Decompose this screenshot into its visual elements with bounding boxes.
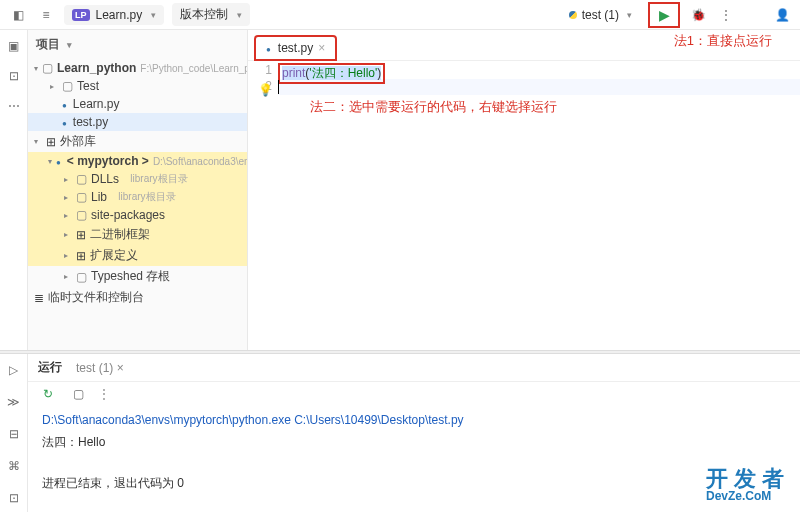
python-icon xyxy=(569,11,577,19)
annotation-2: 法二：选中需要运行的代码，右键选择运行 xyxy=(310,98,557,116)
debug-button[interactable]: 🐞 xyxy=(688,5,708,25)
run-button-highlight: ▶ xyxy=(648,2,680,28)
scratch-icon: ≣ xyxy=(34,291,44,305)
python-file-icon xyxy=(266,41,273,55)
code-editor[interactable]: 💡 print('法四：Hello') xyxy=(278,61,800,97)
chevron-down-icon: ▾ xyxy=(237,10,242,20)
tab-label: test.py xyxy=(278,41,313,55)
console-stdout: 法四：Hello xyxy=(42,432,786,454)
tree-item[interactable]: ▸▢site-packages xyxy=(28,206,247,224)
expand-icon[interactable]: ▸ xyxy=(50,82,58,91)
tree-label: Test xyxy=(77,79,99,93)
project-panel-header[interactable]: 项目 ▾ xyxy=(28,30,247,59)
tree-ext-lib[interactable]: ▾ ⊞ 外部库 xyxy=(28,131,247,152)
close-tab-icon[interactable]: × xyxy=(318,41,325,55)
project-panel-title: 项目 xyxy=(36,36,60,53)
folder-tool-icon[interactable]: ▣ xyxy=(4,36,24,56)
tree-item[interactable]: ▸▢Lib library根目录 xyxy=(28,188,247,206)
menu-icon[interactable]: ≡ xyxy=(36,5,56,25)
run-config-tab[interactable]: test (1) × xyxy=(76,361,124,375)
lib-icon: ⊞ xyxy=(46,135,56,149)
console-cmd: D:\Soft\anaconda3\envs\mypytorch\python.… xyxy=(42,410,786,432)
env-path: D:\Soft\anaconda3\en xyxy=(153,156,247,167)
services-icon[interactable]: ⊟ xyxy=(4,424,24,444)
tree-folder[interactable]: ▸ ▢ Test xyxy=(28,77,247,95)
vcs-label: 版本控制 xyxy=(180,6,228,23)
run-tab[interactable]: 运行 xyxy=(38,359,62,376)
project-badge: LP xyxy=(72,9,90,21)
root-path: F:\Python_code\Learn_py xyxy=(140,63,247,74)
console-exit: 进程已结束，退出代码为 0 xyxy=(42,473,786,495)
console-output[interactable]: D:\Soft\anaconda3\envs\mypytorch\python.… xyxy=(28,406,800,499)
account-icon[interactable]: 👤 xyxy=(772,5,792,25)
expand-icon[interactable]: ▾ xyxy=(34,64,38,73)
app-icon[interactable]: ◧ xyxy=(8,5,28,25)
tree-item[interactable]: ▸⊞扩展定义 xyxy=(28,245,247,266)
text-cursor xyxy=(278,80,279,94)
tree-file[interactable]: Learn.py xyxy=(28,95,247,113)
python-console-icon[interactable]: ≫ xyxy=(4,392,24,412)
tree-label: 外部库 xyxy=(60,133,96,150)
folder-icon: ▢ xyxy=(42,61,53,75)
editor-tab[interactable]: test.py × xyxy=(254,35,337,61)
structure-tool-icon[interactable]: ⊡ xyxy=(4,66,24,86)
python-file-icon xyxy=(62,97,69,111)
more-icon[interactable]: ⋮ xyxy=(98,387,110,401)
vcs-selector[interactable]: 版本控制 ▾ xyxy=(172,3,250,26)
chevron-down-icon: ▾ xyxy=(67,40,72,50)
code-highlight-box: print('法四：Hello') xyxy=(278,63,385,84)
python-file-icon xyxy=(62,115,69,129)
tree-env[interactable]: ▾ < mypytorch > D:\Soft\anaconda3\en xyxy=(28,152,247,170)
project-selector[interactable]: LP Learn.py ▾ xyxy=(64,5,164,25)
tree-label: 临时文件和控制台 xyxy=(48,289,144,306)
expand-icon[interactable]: ▾ xyxy=(34,137,42,146)
tree-item[interactable]: ▸▢DLLs library根目录 xyxy=(28,170,247,188)
intention-bulb-icon[interactable]: 💡 xyxy=(258,83,273,97)
run-button[interactable]: ▶ xyxy=(654,5,674,25)
watermark: 开发者 DevZe.CoM xyxy=(706,468,790,502)
stop-icon[interactable]: ▢ xyxy=(68,384,88,404)
tree-root[interactable]: ▾ ▢ Learn_python F:\Python_code\Learn_py xyxy=(28,59,247,77)
more-tool-icon[interactable]: ⋯ xyxy=(4,96,24,116)
folder-icon: ▢ xyxy=(62,79,73,93)
run-config-label: test (1) xyxy=(582,8,619,22)
root-name: Learn_python xyxy=(57,61,136,75)
project-label: Learn.py xyxy=(96,8,143,22)
chevron-down-icon: ▾ xyxy=(627,10,632,20)
tree-item[interactable]: ▸▢Typeshed 存根 xyxy=(28,266,247,287)
tree-scratch[interactable]: ≣ 临时文件和控制台 xyxy=(28,287,247,308)
expand-icon[interactable]: ▾ xyxy=(48,157,52,166)
more-icon[interactable]: ⋮ xyxy=(716,5,736,25)
run-tool-icon[interactable]: ▷ xyxy=(4,360,24,380)
tree-item[interactable]: ▸⊞二进制框架 xyxy=(28,224,247,245)
terminal-icon[interactable]: ⌘ xyxy=(4,456,24,476)
python-icon xyxy=(56,154,63,168)
tree-label: test.py xyxy=(73,115,108,129)
tree-label: Learn.py xyxy=(73,97,120,111)
tree-file-selected[interactable]: test.py xyxy=(28,113,247,131)
problems-icon[interactable]: ⊡ xyxy=(4,488,24,508)
rerun-icon[interactable]: ↻ xyxy=(38,384,58,404)
env-name: < mypytorch > xyxy=(67,154,149,168)
chevron-down-icon: ▾ xyxy=(151,10,156,20)
run-config-selector[interactable]: test (1) ▾ xyxy=(561,6,640,24)
